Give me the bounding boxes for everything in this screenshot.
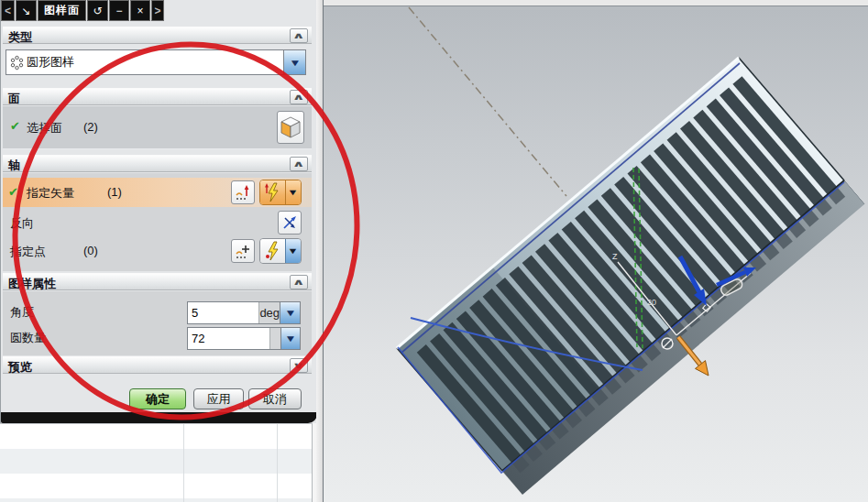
model-canvas[interactable]: Z 20 — [324, 0, 868, 502]
select-face-label: 选择面 — [27, 120, 62, 136]
apply-button[interactable]: 应用 — [193, 388, 244, 409]
pattern-type-dropdown-button[interactable]: ▼ — [283, 50, 305, 74]
specify-vector-check-icon: ✔ — [8, 185, 18, 199]
circle-count-dropdown-button[interactable]: ▼ — [280, 328, 300, 349]
point-dialog-icon — [234, 242, 252, 260]
face-collapse-button[interactable]: ∧ — [290, 90, 308, 104]
point-dialog-button[interactable] — [231, 239, 255, 263]
circle-count-label: 圆数量 — [10, 330, 46, 346]
specify-point-count: (0) — [83, 244, 98, 257]
vector-inferred-button[interactable] — [260, 180, 285, 204]
angle-unit: deg — [258, 302, 280, 323]
viewport-top-strip — [324, 0, 868, 5]
pattern-properties-collapse-button[interactable]: ∧ — [290, 275, 308, 289]
reverse-direction-row: 反向 — [3, 210, 312, 235]
angle-label: 角度 — [10, 304, 34, 321]
panel-viewport-divider[interactable] — [316, 0, 323, 502]
axis-construction-line[interactable] — [409, 7, 566, 196]
pattern-properties-header-label: 图样属性 — [8, 276, 56, 292]
dialog-forward-arrow[interactable]: > — [151, 0, 164, 21]
dialog-reset-button[interactable]: ↺ — [87, 0, 108, 21]
type-header-label: 类型 — [8, 29, 32, 46]
specify-point-label: 指定点 — [10, 244, 46, 260]
cube-icon — [280, 115, 302, 139]
axis-collapse-button[interactable]: ∧ — [290, 157, 308, 171]
specify-point-row: 指定点 (0) ▼ — [3, 236, 312, 266]
ok-button[interactable]: 确定 — [129, 388, 186, 409]
dialog-bottom-edge — [1, 412, 317, 423]
specify-vector-row[interactable]: ✔ 指定矢量 (1) — [3, 178, 312, 207]
gizmo-angle-label: 20 — [647, 298, 656, 307]
background-table — [0, 423, 312, 502]
circle-count-field-group: ▼ — [187, 327, 301, 350]
select-face-row[interactable]: ✔ 选择面 (2) — [3, 106, 312, 149]
gizmo-z-label: Z — [612, 252, 618, 261]
vector-method-dropdown-button[interactable]: ▼ — [285, 180, 301, 204]
preview-expand-button[interactable]: ∨ — [290, 358, 308, 373]
specify-vector-count: (1) — [107, 185, 122, 199]
lightning-bolt-icon — [263, 182, 281, 202]
reverse-direction-button[interactable] — [278, 211, 302, 235]
preview-header-label: 预览 — [8, 359, 32, 376]
angle-input[interactable] — [188, 302, 258, 323]
pattern-face-dialog: < ↘ 图样面 ↺ − × > 类型 ∧ 圆形图样 ▼ 面 ∧ ✔ 选择面 (2… — [0, 0, 316, 423]
vector-dialog-icon — [234, 183, 252, 202]
dialog-drag-cursor-icon[interactable]: ↘ — [16, 0, 37, 21]
section-header-type: 类型 ∧ — [3, 27, 312, 44]
circular-pattern-icon — [6, 55, 27, 71]
face-header-label: 面 — [8, 91, 20, 107]
axis-header-label: 轴 — [8, 158, 20, 174]
circle-count-spacer — [269, 328, 280, 349]
pattern-properties-group: 角度 deg ▼ 圆数量 ▼ — [3, 291, 312, 355]
point-inferred-split-button: ▼ — [259, 238, 302, 264]
section-header-preview: 预览 ∨ — [3, 356, 312, 374]
pattern-type-combobox[interactable]: 圆形图样 ▼ — [5, 49, 306, 75]
section-header-axis: 轴 ∧ — [3, 155, 312, 172]
angle-dropdown-button[interactable]: ▼ — [280, 302, 300, 323]
angle-field-group: deg ▼ — [187, 301, 301, 324]
specify-vector-label: 指定矢量 — [27, 185, 74, 202]
select-face-count: (2) — [83, 120, 98, 134]
heatsink-model[interactable] — [397, 58, 864, 495]
table-column-divider — [277, 424, 278, 502]
dialog-back-arrow[interactable]: < — [1, 0, 15, 21]
dialog-minimize-button[interactable]: − — [109, 0, 129, 21]
table-column-divider — [183, 424, 184, 502]
point-inferred-button[interactable] — [260, 239, 285, 263]
section-header-face: 面 ∧ — [3, 88, 312, 105]
axis-group: ✔ 指定矢量 (1) — [3, 173, 312, 271]
lightning-bolt-point-icon — [263, 241, 281, 261]
pattern-type-value: 圆形图样 — [27, 54, 283, 71]
circle-count-input[interactable] — [188, 328, 269, 349]
dialog-titlebar: < ↘ 图样面 ↺ − × > — [1, 0, 165, 21]
3d-viewport[interactable]: Z 20 — [323, 0, 868, 502]
section-header-pattern-properties: 图样属性 ∧ — [3, 273, 312, 290]
reverse-direction-icon — [281, 214, 298, 231]
reverse-direction-label: 反向 — [10, 215, 34, 232]
type-collapse-button[interactable]: ∧ — [290, 28, 308, 43]
select-face-check-icon: ✔ — [10, 119, 20, 133]
cancel-button[interactable]: 取消 — [248, 388, 302, 409]
dialog-title: 图样面 — [38, 0, 86, 21]
vector-dialog-button[interactable] — [231, 180, 255, 204]
dialog-close-button[interactable]: × — [130, 0, 150, 21]
face-selection-cube-button[interactable] — [277, 111, 304, 144]
point-method-dropdown-button[interactable]: ▼ — [285, 239, 301, 263]
vector-inferred-split-button: ▼ — [259, 180, 302, 205]
